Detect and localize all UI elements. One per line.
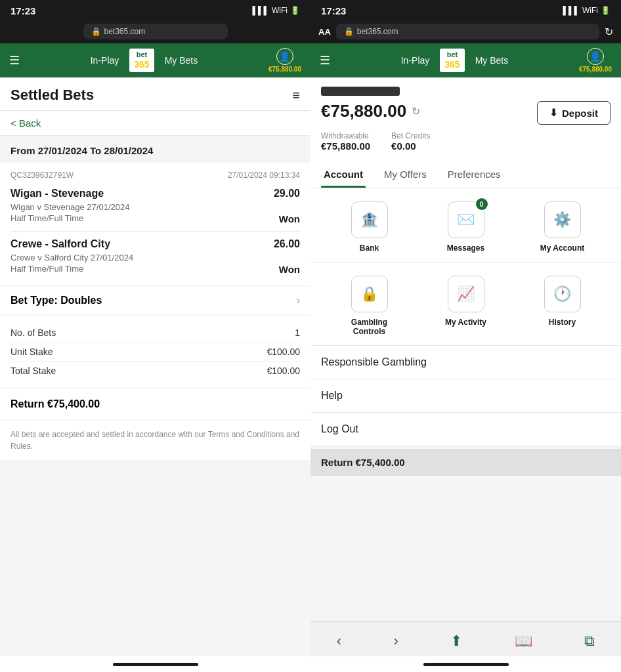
- wifi-icon-right: WiFi: [582, 6, 598, 15]
- content-area: From 27/01/2024 To 28/01/2024 QC32396327…: [0, 136, 310, 656]
- page-title: Settled Bets: [11, 87, 94, 104]
- disclaimer-card: All bets are accepted and settled in acc…: [0, 421, 310, 460]
- lock-icon-right: 🔒: [344, 27, 354, 36]
- menu-item-history[interactable]: 🕐 History: [533, 276, 592, 336]
- refresh-icon[interactable]: ↻: [605, 26, 613, 38]
- hamburger-icon-right[interactable]: ☰: [320, 53, 330, 68]
- withdrawable-label: Withdrawable: [321, 131, 370, 140]
- bet-credits-value: €0.00: [391, 140, 430, 152]
- bets-value: 1: [295, 327, 300, 338]
- refresh-balance-icon[interactable]: ↻: [412, 105, 420, 117]
- bet2-match: Crewe v Salford City 27/01/2024: [11, 253, 300, 262]
- status-bar-left: 17:23 ▌▌▌ WiFi 🔋: [0, 0, 310, 21]
- url-bar-left[interactable]: 🔒 bet365.com: [83, 24, 228, 39]
- menu-item-bank[interactable]: 🏦 Bank: [340, 201, 399, 253]
- battery-icon-right: 🔋: [601, 6, 610, 15]
- history-label: History: [549, 318, 576, 327]
- bank-label: Bank: [360, 243, 379, 253]
- hamburger-icon-left[interactable]: ☰: [9, 53, 20, 68]
- bet365-logo-right[interactable]: bet 365: [440, 49, 464, 72]
- return-card: Return €75,400.00: [0, 389, 310, 419]
- history-icon: 🕐: [553, 285, 571, 303]
- bottom-nav: ‹ › ⬆ 📖 ⧉: [310, 621, 621, 656]
- account-summary: €75,880.00 ↻ ⬇ Deposit Withdrawable €75,…: [310, 77, 621, 161]
- nav-forward-icon[interactable]: ›: [394, 633, 398, 650]
- account-button-left[interactable]: 👤 €75,880.00: [268, 48, 301, 73]
- nav-share-icon[interactable]: ⬆: [450, 633, 462, 650]
- battery-icon: 🔋: [290, 6, 300, 15]
- account-button-right[interactable]: 👤 €75,880.00: [579, 48, 612, 73]
- bet1-result: Won: [279, 213, 300, 224]
- messages-badge: 0: [476, 198, 488, 210]
- my-activity-icon: 📈: [457, 285, 475, 303]
- menu-item-gambling-controls[interactable]: 🔒 Gambling Controls: [340, 276, 399, 336]
- chevron-right-icon: ›: [297, 295, 300, 306]
- right-panel: 17:23 ▌▌▌ WiFi 🔋 AA 🔒 bet365.com ↻ ☰ In-…: [310, 0, 621, 672]
- menu-item-messages[interactable]: ✉️ 0 Messages: [437, 201, 496, 253]
- details-card: No. of Bets 1 Unit Stake €100.00 Total S…: [0, 316, 310, 388]
- my-activity-label: My Activity: [445, 318, 486, 327]
- responsible-gambling-link[interactable]: Responsible Gambling: [310, 346, 621, 379]
- bank-icon: 🏦: [360, 211, 378, 228]
- bottom-peek: Return €75,400.00: [310, 449, 621, 476]
- nav-back-icon[interactable]: ‹: [337, 633, 341, 650]
- bet1-match: Wigan v Stevenage 27/01/2024: [11, 202, 300, 212]
- aa-text[interactable]: AA: [318, 27, 331, 37]
- bet2-odds: 26.00: [274, 238, 300, 250]
- my-account-icon: ⚙️: [553, 211, 571, 228]
- status-bar-right: 17:23 ▌▌▌ WiFi 🔋: [310, 0, 621, 21]
- in-play-link-left[interactable]: In-Play: [91, 55, 119, 66]
- signal-icon-right: ▌▌▌: [563, 6, 580, 15]
- logout-link[interactable]: Log Out: [310, 413, 621, 446]
- page-menu-icon[interactable]: ≡: [292, 88, 300, 103]
- detail-row-total: Total Stake €100.00: [11, 362, 300, 380]
- bet-type-row[interactable]: Bet Type: Doubles ›: [0, 287, 310, 314]
- bet1-name: Wigan - Stevenage: [11, 188, 104, 200]
- home-indicator-right: [310, 656, 621, 672]
- bet-type-label: Bet Type: Doubles: [11, 295, 102, 306]
- bet-credits-label: Bet Credits: [391, 131, 430, 140]
- in-play-link-right[interactable]: In-Play: [401, 55, 430, 66]
- time-right: 17:23: [321, 5, 346, 16]
- bet2-result: Won: [279, 264, 300, 275]
- tab-preferences[interactable]: Preferences: [445, 161, 503, 188]
- deposit-button[interactable]: ⬇ Deposit: [537, 101, 610, 125]
- bets-label: No. of Bets: [11, 327, 56, 338]
- bet-ref: QC3239632791W: [11, 171, 74, 180]
- my-activity-icon-circle: 📈: [448, 276, 484, 312]
- help-link[interactable]: Help: [310, 379, 621, 413]
- divider: [11, 231, 300, 232]
- bet365-logo-left[interactable]: bet 365: [129, 49, 154, 72]
- nav-balance-left: €75,880.00: [268, 66, 301, 73]
- left-panel: 17:23 ▌▌▌ WiFi 🔋 🔒 bet365.com ☰ In-Play …: [0, 0, 310, 672]
- bet1-market: Half Time/Full Time: [11, 213, 83, 223]
- back-button[interactable]: < Back: [0, 111, 310, 136]
- lock-icon-left: 🔒: [91, 27, 101, 36]
- bet2-name: Crewe - Salford City: [11, 238, 110, 250]
- menu-item-my-activity[interactable]: 📈 My Activity: [437, 276, 496, 336]
- gambling-controls-icon-circle: 🔒: [351, 276, 388, 312]
- withdrawable-value: €75,880.00: [321, 140, 370, 152]
- nav-bookmarks-icon[interactable]: 📖: [515, 633, 532, 650]
- messages-label: Messages: [447, 243, 484, 253]
- url-bar-right[interactable]: 🔒 bet365.com: [336, 24, 599, 39]
- my-account-icon-circle: ⚙️: [544, 201, 581, 238]
- account-icon-right: 👤: [587, 48, 604, 65]
- menu-item-my-account[interactable]: ⚙️ My Account: [533, 201, 592, 253]
- main-balance: €75,880.00: [321, 101, 406, 121]
- menu-icons-row1: 🏦 Bank ✉️ 0 Messages ⚙️ My Account: [310, 188, 621, 262]
- my-bets-link-right[interactable]: My Bets: [475, 55, 509, 66]
- total-stake-value: €100.00: [267, 366, 300, 376]
- tab-account[interactable]: Account: [321, 161, 366, 188]
- username-bar: [321, 87, 400, 96]
- bet-card-1: QC3239632791W 27/01/2024 09:13:34 Wigan …: [0, 163, 310, 285]
- nav-tabs-icon[interactable]: ⧉: [584, 633, 595, 650]
- tab-my-offers[interactable]: My Offers: [381, 161, 429, 188]
- bottom-bar-left: [0, 656, 310, 672]
- signal-icon: ▌▌▌: [252, 6, 269, 15]
- unit-stake-label: Unit Stake: [11, 346, 53, 357]
- messages-icon-circle: ✉️ 0: [448, 201, 484, 238]
- browser-bar-right: AA 🔒 bet365.com ↻: [310, 21, 621, 43]
- status-icons-right: ▌▌▌ WiFi 🔋: [563, 6, 610, 15]
- my-bets-link-left[interactable]: My Bets: [165, 55, 198, 66]
